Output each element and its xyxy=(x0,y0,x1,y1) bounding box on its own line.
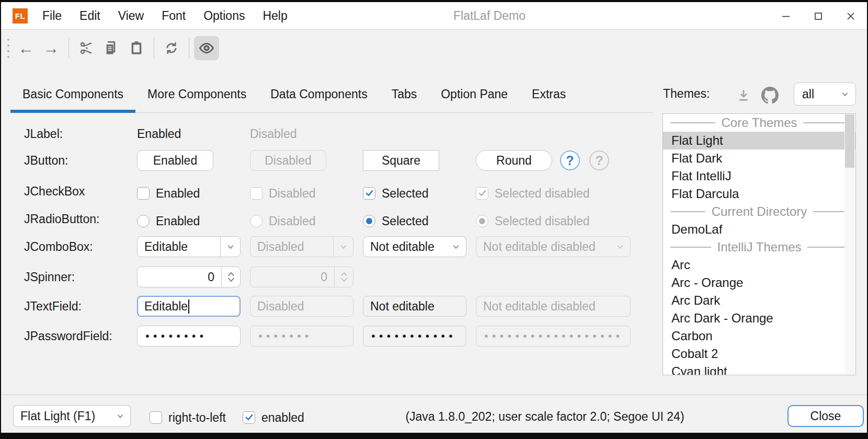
paste-button[interactable] xyxy=(124,36,149,60)
toolbar-separator xyxy=(154,38,154,58)
list-item[interactable]: Arc xyxy=(663,256,855,274)
status-text: (Java 1.8.0_202; user scale factor 2.0; … xyxy=(336,409,754,424)
radio-enabled[interactable]: Enabled xyxy=(137,213,200,229)
menu-bar: File Edit View Font Options Help xyxy=(33,2,296,30)
maximize-icon[interactable] xyxy=(802,2,835,30)
textfield-editable[interactable]: Editable xyxy=(137,296,241,317)
tab-option-pane[interactable]: Option Pane xyxy=(429,76,520,112)
copy-icon xyxy=(104,41,119,55)
themes-list[interactable]: Core Themes Flat Light Flat Dark Flat In… xyxy=(663,113,856,375)
radio-dot-icon xyxy=(363,215,375,227)
textfield-value: Not editable xyxy=(370,299,435,314)
textfield-not-editable[interactable]: Not editable xyxy=(363,296,466,317)
github-button[interactable] xyxy=(760,86,779,105)
checkbox-label: Selected disabled xyxy=(495,187,590,201)
list-item[interactable]: Arc - Orange xyxy=(663,274,855,292)
jspinner-row-label: JSpinner: xyxy=(24,269,75,285)
download-button[interactable] xyxy=(736,87,751,103)
menu-options[interactable]: Options xyxy=(195,2,254,30)
tab-data-components[interactable]: Data Components xyxy=(258,76,379,112)
checkbox-label: enabled xyxy=(261,411,304,425)
enabled-button[interactable]: Enabled xyxy=(137,150,213,171)
radio-selected[interactable]: Selected xyxy=(363,213,429,229)
tab-extras[interactable]: Extras xyxy=(520,76,578,112)
back-button[interactable]: ← xyxy=(14,36,39,60)
list-item[interactable]: Arc Dark - Orange xyxy=(663,309,855,327)
list-separator: Current Directory xyxy=(663,203,855,221)
toolbar-grip-handle[interactable] xyxy=(7,39,9,58)
round-button[interactable]: Round xyxy=(476,150,552,171)
list-item[interactable]: Flat Dark xyxy=(663,149,855,167)
combobox-disabled: Disabled xyxy=(250,236,353,257)
scrollbar-track[interactable] xyxy=(844,114,855,374)
password-dots: •••••••••••••••••• xyxy=(483,330,622,342)
list-item[interactable]: Cobalt 2 xyxy=(663,345,855,363)
theme-filter-combobox[interactable]: all xyxy=(794,83,856,106)
combobox-value: Not editable xyxy=(363,240,446,254)
tab-tabs[interactable]: Tabs xyxy=(380,76,429,112)
close-button[interactable]: Close xyxy=(787,405,864,427)
toolbar-separator xyxy=(68,38,69,58)
window-title: FlatLaf Demo xyxy=(427,2,552,30)
combobox-value: Not editable disabled xyxy=(476,240,610,254)
scrollbar-thumb[interactable] xyxy=(845,114,854,168)
laf-selector-combobox[interactable]: Flat Light (F1) xyxy=(13,405,131,427)
copy-button[interactable] xyxy=(99,36,124,60)
list-item[interactable]: Flat Darcula xyxy=(663,185,855,203)
passwordfield-not-editable[interactable]: ••••••••••• xyxy=(363,326,466,346)
paste-icon xyxy=(129,41,144,55)
enabled-checkbox[interactable]: enabled xyxy=(243,409,304,426)
spinner-value[interactable]: 0 xyxy=(138,267,221,287)
forward-button[interactable]: → xyxy=(39,36,64,60)
list-item[interactable]: Flat IntelliJ xyxy=(663,167,855,185)
menu-help[interactable]: Help xyxy=(254,2,296,30)
radio-selected-disabled: Selected disabled xyxy=(476,213,590,229)
checkbox-box-icon xyxy=(150,411,162,424)
square-button[interactable]: Square xyxy=(363,150,439,171)
radio-label: Disabled xyxy=(269,214,316,228)
combobox-not-editable[interactable]: Not editable xyxy=(363,236,466,257)
spinner-up-down-icons[interactable] xyxy=(221,267,240,287)
textfield-value: Disabled xyxy=(257,299,304,314)
cut-button[interactable] xyxy=(74,36,99,60)
menu-font[interactable]: Font xyxy=(153,2,195,30)
help-button[interactable]: ? xyxy=(560,151,580,170)
list-item[interactable]: Carbon xyxy=(663,327,855,345)
right-to-left-checkbox[interactable]: right-to-left xyxy=(150,409,226,426)
chevron-down-icon xyxy=(333,237,353,257)
close-icon[interactable] xyxy=(835,2,867,30)
toolbar: ← → xyxy=(1,30,867,66)
menu-edit[interactable]: Edit xyxy=(71,2,109,30)
menu-view[interactable]: View xyxy=(109,2,153,30)
list-item[interactable]: Cyan light xyxy=(663,363,855,375)
checkbox-selected[interactable]: Selected xyxy=(363,185,429,202)
textfield-not-editable-disabled: Not editable disabled xyxy=(476,296,631,317)
passwordfield-editable[interactable]: •••••••• xyxy=(137,326,241,346)
combobox-value[interactable]: Editable xyxy=(138,240,220,254)
refresh-button[interactable] xyxy=(159,36,184,60)
show-hidden-toggle-button[interactable] xyxy=(194,36,219,60)
github-icon xyxy=(761,87,779,104)
chevron-down-icon[interactable] xyxy=(220,237,240,257)
list-item[interactable]: DemoLaf xyxy=(663,221,855,238)
tab-more-components[interactable]: More Components xyxy=(135,76,258,112)
radio-disabled: Disabled xyxy=(250,213,316,229)
passwordfield-disabled: ••••••• xyxy=(250,326,353,346)
list-item[interactable]: Flat Light xyxy=(663,132,855,149)
combobox-editable[interactable]: Editable xyxy=(137,236,241,257)
text-caret xyxy=(188,299,189,314)
bottom-divider xyxy=(1,395,867,395)
spinner-disabled: 0 xyxy=(250,267,353,287)
tab-basic-components[interactable]: Basic Components xyxy=(10,76,135,112)
radio-label: Selected xyxy=(382,214,429,228)
spinner-enabled[interactable]: 0 xyxy=(137,267,241,287)
checkbox-selected-disabled: Selected disabled xyxy=(476,185,590,202)
radio-circle-icon xyxy=(137,215,150,227)
menu-file[interactable]: File xyxy=(33,2,71,30)
checkbox-enabled[interactable]: Enabled xyxy=(137,185,200,202)
checkbox-box-icon xyxy=(250,187,262,200)
chevron-down-icon xyxy=(110,406,130,426)
password-dots: ••••••• xyxy=(257,330,312,342)
list-item[interactable]: Arc Dark xyxy=(663,292,855,309)
minimize-icon[interactable] xyxy=(770,2,802,30)
